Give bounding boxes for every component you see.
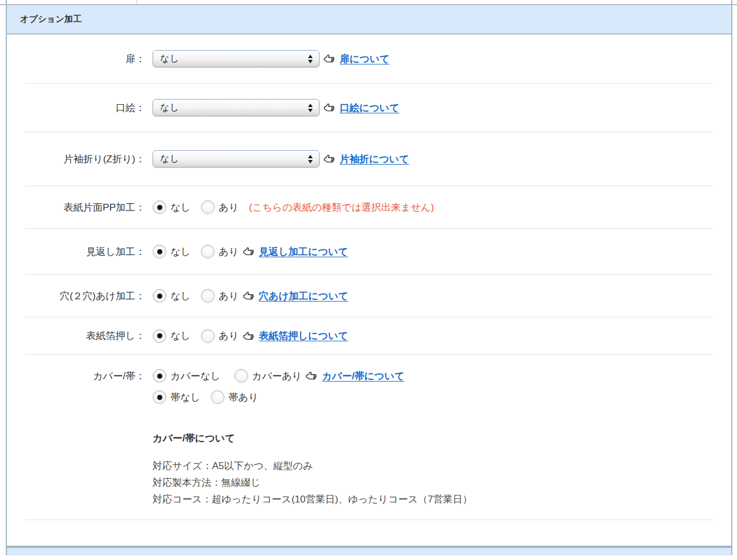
mikaeshi-radio-yes[interactable] [201,245,215,258]
previous-section-bottom [0,0,737,5]
pointing-hand-icon [242,245,255,258]
cover-radio-yes[interactable] [234,369,248,383]
cover-option-none: カバーなし [153,369,221,383]
pointing-hand-icon [323,153,336,165]
pointing-hand-icon [323,101,336,114]
pp-option-none: なし [153,200,191,214]
option-processing-panel: オプション加工 扉： なし 扉について 口絵： なし [6,5,732,547]
radio-label: なし [170,201,191,214]
kuchie-select[interactable]: なし [153,99,320,116]
option-row-kuchie: 口絵： なし 口絵について [7,84,731,131]
mikaeshi-radio-none[interactable] [153,245,166,258]
hakuoshi-label: 表紙箔押し： [7,329,145,342]
select-stepper-arrows-icon [308,55,313,63]
obi-radio-yes[interactable] [211,390,225,404]
option-row-tobira: 扉： なし 扉について [7,35,731,83]
mikaeshi-label: 見返し加工： [7,245,145,258]
panel-header: オプション加工 [7,5,731,35]
tobira-label: 扉： [7,52,145,66]
option-row-katasode: 片袖折り(Z折り)： なし 片袖折について [7,132,731,185]
panel-body: 扉： なし 扉について 口絵： なし [7,35,731,546]
hakuoshi-radio-none[interactable] [153,329,166,343]
radio-label: なし [170,245,191,258]
katasode-label: 片袖折り(Z折り)： [7,153,145,166]
option-row-mikaeshi: 見返し加工： なし あり 見返し加工について [7,229,731,274]
option-row-ana: 穴(２穴)あけ加工： なし あり 穴あけ加工について [7,275,731,317]
radio-label: あり [219,289,239,303]
ana-radio-yes[interactable] [201,289,215,303]
obi-option-none: 帯なし [153,390,200,404]
obi-option-yes: 帯あり [211,390,259,404]
obi-radio-none[interactable] [153,390,166,404]
pp-radio-none[interactable] [153,200,166,214]
radio-label: あり [219,201,239,214]
ana-option-yes: あり [201,289,239,303]
select-value: なし [160,53,179,65]
pointing-hand-icon [242,289,255,302]
hakuoshi-radio-yes[interactable] [201,329,215,343]
mikaeshi-option-yes: あり [201,245,239,258]
hakuoshi-option-none: なし [153,329,191,343]
radio-label: カバーなし [170,369,221,383]
ana-label: 穴(２穴)あけ加工： [7,289,145,303]
hakuoshi-info-link[interactable]: 表紙箔押しについて [259,329,348,342]
radio-label: なし [170,329,191,342]
next-section-header [6,547,732,555]
cover-obi-info-heading: カバー/帯について [153,432,731,445]
cover-obi-info-block: カバー/帯について 対応サイズ：A5以下かつ、縦型のみ 対応製本方法：無線綴じ … [153,432,731,508]
katasode-info-link[interactable]: 片袖折について [340,153,409,166]
previous-panel-right-border [731,0,732,4]
pp-unavailable-note: (こちらの表紙の種類では選択出来ません) [249,201,434,214]
pp-label: 表紙片面PP加工： [7,201,145,214]
option-row-pp: 表紙片面PP加工： なし あり (こちらの表紙の種類では選択出来ません) [7,186,731,228]
radio-label: 帯あり [229,391,259,404]
hakuoshi-option-yes: あり [201,329,239,343]
select-value: なし [160,153,179,165]
ana-option-none: なし [153,289,191,303]
kuchie-label: 口絵： [7,101,145,115]
pointing-hand-icon [323,52,336,65]
radio-label: なし [170,289,191,303]
radio-label: カバーあり [252,369,302,383]
pp-radio-yes[interactable] [201,200,215,214]
cover-obi-info-binding: 対応製本方法：無線綴じ [153,474,731,491]
previous-panel-left-border [6,0,7,4]
option-row-hakuoshi: 表紙箔押し： なし あり 表紙箔押しについて [7,318,731,354]
radio-label: 帯なし [170,391,200,404]
row-divider [25,519,713,520]
previous-panel-column-divider [136,0,137,4]
cover-obi-info-course: 対応コース：超ゆったりコース(10営業日)、ゆったりコース（7営業日） [153,491,731,508]
cover-radio-none[interactable] [153,369,166,383]
cover-option-yes: カバーあり [234,369,302,383]
select-stepper-arrows-icon [308,155,313,163]
option-row-cover-obi: カバー/帯： カバーなし カバーあり カバー/帯について [7,355,731,519]
cover-obi-info-link[interactable]: カバー/帯について [322,369,404,383]
pointing-hand-icon [305,369,318,382]
select-value: なし [160,102,179,114]
panel-title: オプション加工 [20,14,82,25]
mikaeshi-option-none: なし [153,245,191,258]
cover-label: カバー/帯： [7,369,145,383]
ana-info-link[interactable]: 穴あけ加工について [259,289,348,303]
cover-obi-info-size: 対応サイズ：A5以下かつ、縦型のみ [153,458,731,474]
tobira-select[interactable]: なし [153,50,320,67]
radio-label: あり [219,329,239,342]
select-stepper-arrows-icon [308,104,313,112]
mikaeshi-info-link[interactable]: 見返し加工について [259,245,348,258]
kuchie-info-link[interactable]: 口絵について [340,101,400,115]
pp-option-yes: あり [201,200,239,214]
tobira-info-link[interactable]: 扉について [340,52,390,66]
ana-radio-none[interactable] [153,289,166,303]
radio-label: あり [219,245,239,258]
katasode-select[interactable]: なし [153,150,320,167]
pointing-hand-icon [242,330,255,342]
